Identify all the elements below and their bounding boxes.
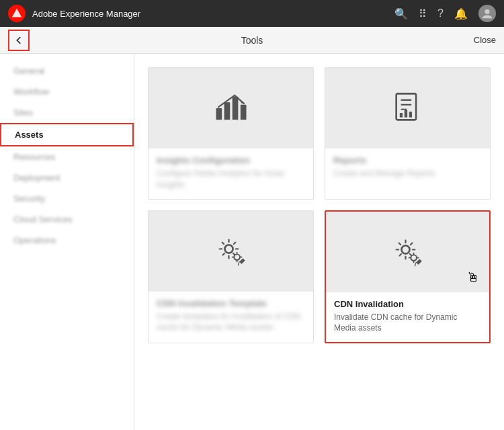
tool-card-icon-cdn-invalidation [326, 212, 489, 292]
sidebar-item-resources[interactable]: Resources [0, 146, 134, 167]
user-avatar[interactable] [478, 5, 496, 22]
svg-rect-2 [224, 102, 230, 120]
bell-icon[interactable]: 🔔 [454, 7, 468, 20]
tool-card-icon-insights [149, 68, 313, 148]
sidebar-item-security[interactable]: Security [0, 188, 134, 209]
tool-card-icon-reports [325, 68, 490, 148]
grid-icon[interactable]: ⠿ [419, 7, 427, 20]
sidebar-item-sites[interactable]: Sites [0, 102, 134, 123]
sidebar-item-assets[interactable]: Assets [0, 123, 134, 146]
svg-point-0 [485, 9, 489, 14]
sidebar-item-operations[interactable]: Operations [0, 230, 134, 251]
top-bar: Adobe Experience Manager 🔍 ⠿ ? 🔔 [0, 0, 504, 27]
help-icon[interactable]: ? [437, 7, 444, 19]
tool-card-reports[interactable]: Reports Create and Manage Reports [325, 67, 491, 200]
app-title: Adobe Experience Manager [32, 9, 388, 19]
tool-card-title-reports: Reports [333, 155, 482, 165]
tool-card-title-cdn-template: CDN Invalidation Template [157, 298, 305, 308]
svg-rect-4 [240, 105, 246, 120]
tool-card-title-cdn-invalidation: CDN Invalidation [334, 299, 481, 309]
tool-card-desc-insights: Configure Adobe Analytics for Asset Insi… [157, 168, 305, 191]
svg-point-15 [401, 245, 409, 253]
svg-rect-1 [216, 108, 222, 120]
svg-rect-9 [399, 113, 402, 118]
tool-card-desc-reports: Create and Manage Reports [333, 168, 482, 179]
tool-card-insights-config[interactable]: Insights Configuration Configure Adobe A… [148, 67, 314, 200]
top-bar-icons: 🔍 ⠿ ? 🔔 [394, 5, 496, 22]
tool-card-title-insights: Insights Configuration [157, 155, 305, 165]
svg-line-17 [415, 262, 416, 265]
svg-rect-10 [404, 110, 407, 118]
svg-rect-3 [232, 97, 238, 120]
tool-card-cdn-template[interactable]: CDN Invalidation Template Create templat… [148, 210, 314, 344]
aem-logo [8, 5, 26, 22]
svg-point-16 [411, 255, 417, 261]
svg-line-14 [238, 261, 239, 265]
svg-rect-11 [409, 112, 411, 118]
sidebar-item-deployment[interactable]: Deployment [0, 167, 134, 188]
sidebar: General Workflow Sites Assets Resources … [0, 54, 134, 430]
second-bar: Tools Close [0, 27, 504, 54]
main-layout: General Workflow Sites Assets Resources … [0, 54, 504, 430]
tool-card-body-insights: Insights Configuration Configure Adobe A… [149, 148, 313, 199]
tool-card-cdn-invalidation[interactable]: 🖱 CDN Invalidation Invalidate CDN cache … [325, 210, 491, 344]
close-button[interactable]: Close [474, 35, 496, 45]
tool-card-body-cdn-invalidation: CDN Invalidation Invalidate CDN cache fo… [326, 292, 489, 343]
tool-card-desc-cdn-invalidation: Invalidate CDN cache for Dynamic Media a… [334, 312, 481, 335]
sidebar-item-general[interactable]: General [0, 60, 134, 81]
sidebar-item-workflow[interactable]: Workflow [0, 81, 134, 102]
tool-card-body-reports: Reports Create and Manage Reports [325, 148, 490, 187]
back-button[interactable] [8, 30, 30, 51]
tool-card-desc-cdn-template: Create templates for invalidation of CDN… [157, 311, 305, 334]
tool-card-icon-cdn-template [149, 211, 313, 292]
sidebar-item-cloud-services[interactable]: Cloud Services [0, 209, 134, 230]
svg-point-13 [234, 254, 240, 260]
content-area: Insights Configuration Configure Adobe A… [134, 54, 504, 430]
search-icon[interactable]: 🔍 [394, 7, 408, 20]
tool-card-body-cdn-template: CDN Invalidation Template Create templat… [149, 292, 313, 342]
page-title: Tools [241, 35, 263, 46]
svg-point-12 [224, 245, 233, 253]
tools-grid: Insights Configuration Configure Adobe A… [148, 67, 491, 343]
tool-card-icon-wrapper-cdn: 🖱 [326, 212, 489, 292]
